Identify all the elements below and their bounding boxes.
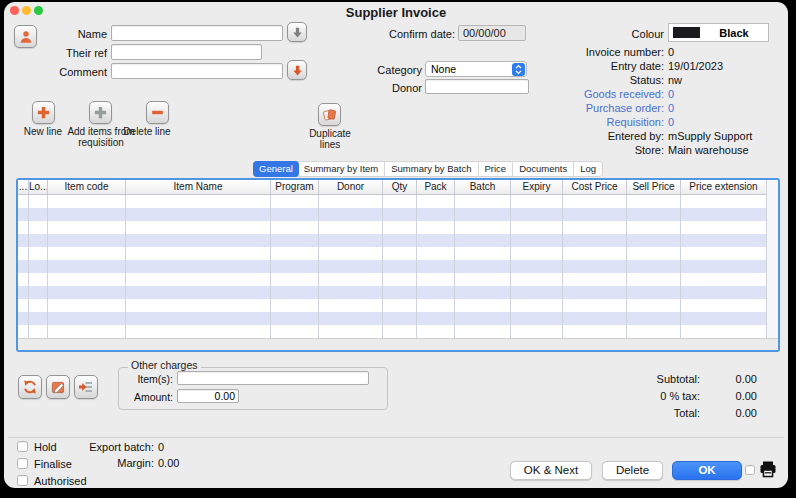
entry-date-value: 19/01/2023 <box>668 60 723 72</box>
tab-summary-by-batch[interactable]: Summary by Batch <box>384 162 477 176</box>
other-charges-items-label: Item(s): <box>103 373 173 385</box>
duplicate-lines-button[interactable] <box>318 103 341 126</box>
column-header[interactable]: Price extension <box>681 180 766 194</box>
purchase-order-link[interactable]: Purchase order: <box>534 102 664 114</box>
popup-stepper-icon <box>512 63 525 76</box>
column-header[interactable]: Item Name <box>126 180 271 194</box>
tab-price[interactable]: Price <box>478 162 513 176</box>
invoice-number-value: 0 <box>668 46 674 58</box>
add-items-from-requisition-button[interactable] <box>89 101 112 124</box>
table-row[interactable] <box>18 234 766 247</box>
export-batch-label: Export batch: <box>64 441 154 453</box>
colour-label: Colour <box>604 28 664 40</box>
comment-input[interactable] <box>111 63 283 79</box>
authorised-label: Authorised <box>34 475 87 487</box>
column-header[interactable]: Lo... <box>29 180 48 194</box>
column-header[interactable]: Donor <box>319 180 383 194</box>
colour-value: Black <box>700 27 768 39</box>
comment-label: Comment <box>14 66 107 78</box>
ok-and-next-button[interactable]: OK & Next <box>510 461 592 480</box>
column-separator <box>510 195 511 338</box>
column-separator <box>318 195 319 338</box>
name-label: Name <box>14 28 107 40</box>
margin-label: Margin: <box>64 457 154 469</box>
column-header[interactable]: Sell Price <box>627 180 681 194</box>
finalise-checkbox[interactable] <box>17 458 28 469</box>
plus-icon <box>93 105 108 120</box>
colour-swatch <box>673 27 700 38</box>
table-row[interactable] <box>18 208 766 221</box>
recalculate-button[interactable] <box>18 375 42 399</box>
table-row[interactable] <box>18 312 766 325</box>
table-row[interactable] <box>18 325 766 338</box>
arrow-into-list-icon <box>78 379 94 395</box>
goods-received-value[interactable]: 0 <box>668 88 674 100</box>
donor-input[interactable] <box>425 79 529 94</box>
table-row[interactable] <box>18 299 766 312</box>
table-row[interactable] <box>18 247 766 260</box>
margin-value: 0.00 <box>158 457 179 469</box>
print-checkbox[interactable] <box>745 465 755 475</box>
arrow-down-icon <box>291 26 304 39</box>
print-button[interactable] <box>758 459 778 479</box>
column-header[interactable]: Item code <box>48 180 126 194</box>
column-separator <box>562 195 563 338</box>
total-value: 0.00 <box>697 407 757 419</box>
export-batch-value: 0 <box>158 441 164 453</box>
column-header[interactable]: Expiry <box>511 180 563 194</box>
window-title: Supplier Invoice <box>4 5 788 20</box>
category-selected-value: None <box>431 63 456 75</box>
entered-by-label: Entered by: <box>534 130 664 142</box>
requisition-link[interactable]: Requisition: <box>534 116 664 128</box>
vertical-scrollbar[interactable] <box>766 180 778 338</box>
name-input[interactable] <box>111 25 283 41</box>
category-select[interactable]: None <box>425 61 527 77</box>
column-header[interactable]: Program <box>271 180 319 194</box>
arrow-down-icon <box>291 64 304 77</box>
new-line-button[interactable] <box>32 101 55 124</box>
sync-arrows-icon <box>22 379 38 395</box>
table-row[interactable] <box>18 273 766 286</box>
name-lookup-button[interactable] <box>287 22 307 42</box>
authorised-checkbox[interactable] <box>17 475 28 486</box>
colour-picker[interactable]: Black <box>668 23 769 42</box>
requisition-value[interactable]: 0 <box>668 116 674 128</box>
store-label: Store: <box>534 144 664 156</box>
edit-line-button[interactable] <box>46 375 70 399</box>
subtotal-label: Subtotal: <box>600 373 700 385</box>
confirm-date-label: Confirm date: <box>350 28 455 40</box>
table-row[interactable] <box>18 286 766 299</box>
column-header[interactable]: Batch <box>455 180 511 194</box>
other-charges-items-input[interactable] <box>177 371 369 385</box>
goods-received-link[interactable]: Goods received: <box>534 88 664 100</box>
column-header[interactable]: Qty <box>383 180 417 194</box>
tab-documents[interactable]: Documents <box>512 162 573 176</box>
column-separator <box>454 195 455 338</box>
printer-icon <box>758 459 778 479</box>
their-ref-label: Their ref <box>14 47 107 59</box>
comment-expand-button[interactable] <box>287 60 307 80</box>
column-header[interactable]: ... <box>18 180 29 194</box>
status-label: Status: <box>534 74 664 86</box>
their-ref-input[interactable] <box>111 44 262 60</box>
column-separator <box>626 195 627 338</box>
import-lines-button[interactable] <box>74 375 98 399</box>
column-header[interactable]: Pack <box>417 180 455 194</box>
table-row[interactable] <box>18 221 766 234</box>
hold-checkbox[interactable] <box>17 441 28 452</box>
tab-summary-by-item[interactable]: Summary by Item <box>298 162 384 176</box>
delete-line-caption: Delete line <box>117 126 177 137</box>
tab-general[interactable]: General <box>253 161 299 177</box>
table-row[interactable] <box>18 195 766 208</box>
other-charges-title: Other charges <box>128 359 201 371</box>
delete-button[interactable]: Delete <box>602 461 663 480</box>
tab-log[interactable]: Log <box>573 162 602 176</box>
table-body[interactable] <box>18 195 766 338</box>
ok-button[interactable]: OK <box>672 461 742 480</box>
column-header[interactable]: Cost Price <box>563 180 627 194</box>
horizontal-scrollbar[interactable] <box>18 338 778 350</box>
other-charges-amount-input[interactable] <box>177 389 239 403</box>
table-row[interactable] <box>18 260 766 273</box>
purchase-order-value[interactable]: 0 <box>668 102 674 114</box>
delete-line-button[interactable] <box>146 101 169 124</box>
